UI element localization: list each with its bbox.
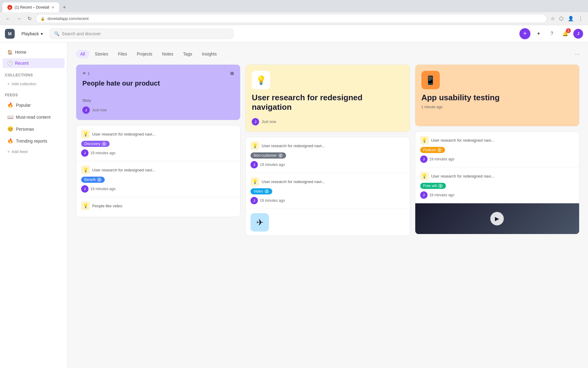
list-item-avatar: J <box>81 149 89 157</box>
playback-menu-button[interactable]: Playback ▾ <box>18 29 46 38</box>
tag-badge: Feature 2 <box>420 147 445 153</box>
forward-button[interactable]: → <box>15 15 23 23</box>
tag-badge: Free will 1 <box>420 183 446 189</box>
list-item-plane[interactable]: ✈ <box>246 209 409 236</box>
menu-button[interactable]: ⋮ <box>577 14 584 23</box>
filter-tab-all[interactable]: All <box>76 50 89 58</box>
url-bar[interactable]: 🔒 dovetailapp.com/recent <box>36 14 547 23</box>
list-item[interactable]: 💡 User research for redesigned navi... B… <box>76 161 240 197</box>
filter-tab-notes[interactable]: Notes <box>158 50 178 58</box>
user-research-card[interactable]: 💡 User research for redesigned navigatio… <box>245 64 410 132</box>
hero-card-footer: J Just now <box>82 103 234 114</box>
active-tab[interactable]: ● (1) Recent – Dovetail × <box>2 2 59 12</box>
add-feed-icon: + <box>7 149 10 154</box>
hero-card-type: Story <box>82 98 234 103</box>
add-feed-button[interactable]: + Add feed <box>2 148 65 156</box>
list-item-title: User research for redesigned navi... <box>262 144 325 148</box>
new-tab-button[interactable]: + <box>60 3 69 12</box>
list-item-avatar: J <box>81 185 89 193</box>
add-collection-button[interactable]: + Add collection <box>2 80 65 88</box>
search-bar[interactable]: 🔍 Search and discover <box>50 29 233 39</box>
personas-label: Personas <box>16 127 34 132</box>
list-item-title: User research for redesigned navi... <box>92 132 156 136</box>
list-item-icon: 💡 <box>81 201 90 210</box>
add-collection-icon: + <box>7 82 10 86</box>
help-button[interactable]: ? <box>546 28 557 39</box>
copy-icon: ⊞ <box>230 71 234 76</box>
filter-tab-insights[interactable]: Insights <box>198 50 221 58</box>
sidebar-item-personas[interactable]: 😊 Personas <box>2 124 65 134</box>
view-count: 👁 1 <box>82 71 90 76</box>
sidebar-item-popular[interactable]: 🔥 Popular <box>2 100 65 110</box>
collections-section-label: Collections <box>0 69 67 79</box>
notification-button[interactable]: 🔔 1 <box>560 28 571 39</box>
list-item-footer: J 19 minutes ago <box>251 197 405 204</box>
tag-badge: Non-customer 2 <box>251 152 286 159</box>
list-item-top: 💡 User research for redesigned navi... <box>251 177 405 186</box>
extensions-button[interactable]: ⬡ <box>558 14 565 23</box>
back-button[interactable]: ← <box>4 15 12 23</box>
filter-tab-stories[interactable]: Stories <box>91 50 113 58</box>
list-item-top: 💡 User research for redesigned navi... <box>81 166 235 174</box>
tag-count: 2 <box>278 153 283 158</box>
list-item[interactable]: 💡 User research for redesigned navi... N… <box>246 137 409 173</box>
filter-more-button[interactable]: ··· <box>575 51 579 57</box>
trending-icon: 🔥 <box>7 138 13 144</box>
address-bar: ← → ↻ 🔒 dovetailapp.com/recent ☆ ⬡ 👤 ⋮ <box>0 12 588 25</box>
ai-button[interactable]: ✦ <box>533 28 544 39</box>
user-research-icon: 💡 <box>252 71 270 89</box>
list-item-footer: J 19 minutes ago <box>420 155 574 163</box>
add-icon: + <box>523 30 527 37</box>
list-item-timestamp: 19 minutes ago <box>90 187 115 191</box>
list-item[interactable]: 💡 User research for redesigned navi... F… <box>415 167 579 203</box>
add-button[interactable]: + <box>519 28 530 39</box>
list-card-col2: 💡 User research for redesigned navi... N… <box>245 137 410 236</box>
must-read-label: Must-read content <box>16 115 51 120</box>
list-item-timestamp: 19 minutes ago <box>429 193 454 197</box>
tag-count: 2 <box>437 148 442 152</box>
list-item[interactable]: 💡 User research for redesigned navi... D… <box>76 125 240 161</box>
video-play-button[interactable]: ▶ <box>490 212 504 225</box>
sidebar-item-recent[interactable]: 🕐 Recent <box>2 58 65 68</box>
list-item[interactable]: 💡 User research for redesigned navi... V… <box>246 173 409 209</box>
list-item-title: User research for redesigned navi... <box>431 138 495 143</box>
main-content: All Stories Files Projects Notes Tags In… <box>67 42 588 368</box>
reload-button[interactable]: ↻ <box>26 14 33 23</box>
topnav-actions: + ✦ ? 🔔 1 J <box>519 28 583 39</box>
plane-icon: ✈ <box>251 213 269 232</box>
sidebar-item-home[interactable]: 🏠 Home <box>2 47 65 57</box>
hero-story-card[interactable]: 👁 1 ⊞ People hate our product Story J Ju… <box>76 64 240 120</box>
filter-tab-files[interactable]: Files <box>114 50 131 58</box>
sidebar-item-trending[interactable]: 🔥 Trending reports <box>2 136 65 146</box>
tab-title: (1) Recent – Dovetail <box>15 5 49 10</box>
list-item[interactable]: 💡 People like video <box>76 197 240 217</box>
list-item-top: 💡 User research for redesigned navi... <box>81 130 235 138</box>
list-item-title: User research for redesigned navi... <box>262 179 325 184</box>
column-2: 💡 User research for redesigned navigatio… <box>245 64 410 236</box>
workspace-avatar[interactable]: M <box>5 29 15 39</box>
list-item-timestamp: 19 minutes ago <box>260 198 285 203</box>
list-item[interactable]: 💡 User research for redesigned navi... F… <box>415 132 579 167</box>
url-text: dovetailapp.com/recent <box>47 16 89 21</box>
recent-icon: 🕐 <box>7 61 13 66</box>
filter-tab-tags[interactable]: Tags <box>179 50 197 58</box>
user-avatar[interactable]: J <box>573 29 583 39</box>
list-item-icon: 💡 <box>420 136 429 144</box>
user-research-timestamp: Just now <box>262 120 276 124</box>
bookmark-button[interactable]: ☆ <box>549 14 556 23</box>
add-collection-label: Add collection <box>12 82 36 86</box>
personas-icon: 😊 <box>7 126 13 132</box>
search-icon: 🔍 <box>54 31 59 36</box>
popular-icon: 🔥 <box>7 102 13 108</box>
sidebar-item-must-read[interactable]: 📖 Must-read content <box>2 112 65 122</box>
app-usability-card-body: 📱 App usability testing 1 minute ago <box>415 65 579 126</box>
video-card-item[interactable]: ▶ <box>415 203 579 234</box>
app-usability-card[interactable]: 📱 App usability testing 1 minute ago <box>415 64 579 126</box>
list-item-avatar: J <box>420 155 428 163</box>
profile-button[interactable]: 👤 <box>567 14 575 23</box>
tab-close-button[interactable]: × <box>52 5 54 10</box>
feeds-section-label: Feeds <box>0 89 67 98</box>
list-card-col3: 💡 User research for redesigned navi... F… <box>415 131 579 234</box>
filter-tab-projects[interactable]: Projects <box>133 50 157 58</box>
top-navigation: M Playback ▾ 🔍 Search and discover + ✦ ?… <box>0 25 588 42</box>
